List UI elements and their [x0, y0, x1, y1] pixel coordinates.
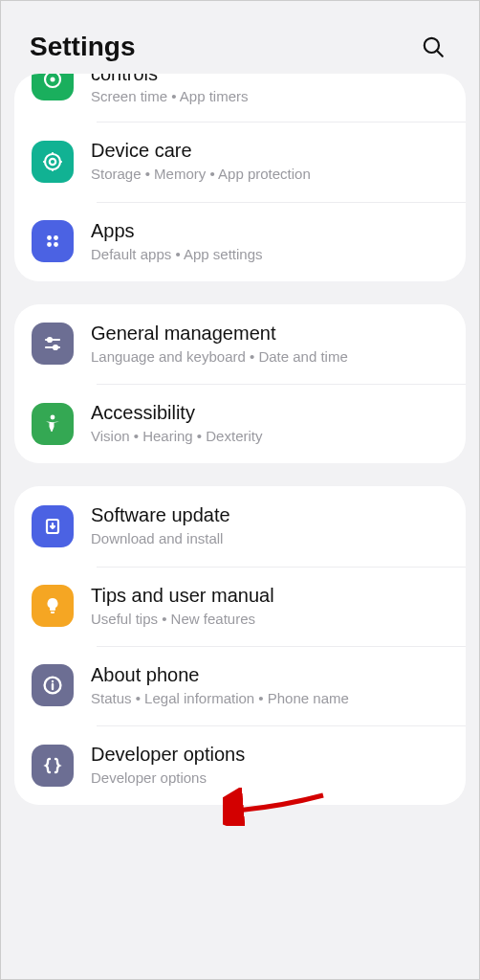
header: Settings: [1, 1, 479, 79]
svg-point-7: [54, 235, 58, 240]
svg-point-5: [50, 159, 55, 165]
row-about-phone[interactable]: About phone Status • Legal information •…: [14, 646, 466, 725]
svg-point-18: [52, 680, 54, 682]
row-accessibility[interactable]: Accessibility Vision • Hearing • Dexteri…: [14, 384, 466, 463]
row-subtitle: Useful tips • New features: [91, 610, 448, 629]
row-title: Developer options: [91, 743, 448, 767]
row-general-management[interactable]: General management Language and keyboard…: [14, 304, 466, 384]
svg-point-14: [51, 414, 55, 419]
lightbulb-icon: [32, 585, 74, 627]
apps-icon: [32, 220, 74, 262]
row-title: controls: [91, 74, 448, 85]
row-title: General management: [91, 322, 448, 345]
row-title: Device care: [91, 139, 448, 163]
row-title: Software update: [91, 503, 448, 527]
svg-point-9: [54, 242, 58, 247]
row-subtitle: Vision • Hearing • Dexterity: [91, 427, 448, 446]
row-subtitle: Storage • Memory • App protection: [91, 165, 448, 184]
row-subtitle: Status • Legal information • Phone name: [91, 689, 448, 708]
svg-point-8: [47, 242, 52, 247]
update-icon: [32, 505, 74, 547]
search-icon: [421, 34, 446, 59]
settings-group: Software update Download and install Tip…: [14, 486, 466, 805]
svg-point-11: [48, 338, 52, 342]
settings-group: General management Language and keyboard…: [14, 304, 466, 464]
info-icon: [32, 664, 74, 706]
search-button[interactable]: [414, 28, 452, 66]
device-care-icon: [32, 141, 74, 183]
row-subtitle: Default apps • App settings: [91, 245, 448, 264]
braces-icon: [32, 745, 74, 787]
row-developer-options[interactable]: Developer options Developer options: [14, 725, 466, 805]
row-subtitle: Language and keyboard • Date and time: [91, 347, 448, 367]
row-subtitle: Download and install: [91, 529, 448, 548]
row-apps[interactable]: Apps Default apps • App settings: [14, 202, 466, 281]
row-title: Accessibility: [91, 401, 448, 425]
row-title: About phone: [91, 663, 448, 687]
svg-line-1: [437, 51, 443, 56]
svg-point-13: [54, 345, 57, 349]
digital-wellbeing-icon: [32, 74, 74, 100]
svg-point-4: [45, 154, 60, 169]
settings-group: controls Screen time • App timers Device…: [14, 74, 466, 281]
svg-point-6: [47, 235, 52, 240]
page-title: Settings: [30, 32, 135, 62]
svg-point-3: [51, 78, 55, 82]
row-subtitle: Developer options: [91, 768, 448, 788]
accessibility-icon: [32, 403, 74, 445]
row-tips[interactable]: Tips and user manual Useful tips • New f…: [14, 567, 466, 646]
row-digital-wellbeing[interactable]: controls Screen time • App timers: [14, 74, 466, 122]
row-title: Apps: [91, 219, 448, 243]
row-title: Tips and user manual: [91, 584, 448, 608]
row-subtitle: Screen time • App timers: [91, 87, 448, 106]
row-software-update[interactable]: Software update Download and install: [14, 486, 466, 566]
row-device-care[interactable]: Device care Storage • Memory • App prote…: [14, 122, 466, 201]
sliders-icon: [32, 323, 74, 365]
